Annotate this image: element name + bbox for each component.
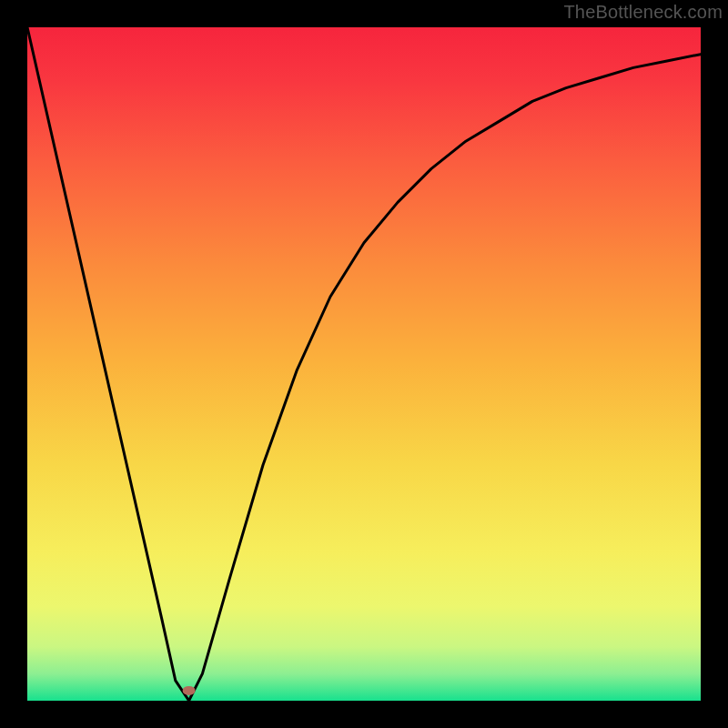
chart-svg: [27, 27, 701, 701]
chart-marker: [183, 686, 196, 695]
chart-plot-area: [27, 27, 701, 701]
chart-frame: TheBottleneck.com: [0, 0, 728, 728]
chart-background: [27, 27, 701, 701]
watermark-text: TheBottleneck.com: [563, 2, 723, 23]
